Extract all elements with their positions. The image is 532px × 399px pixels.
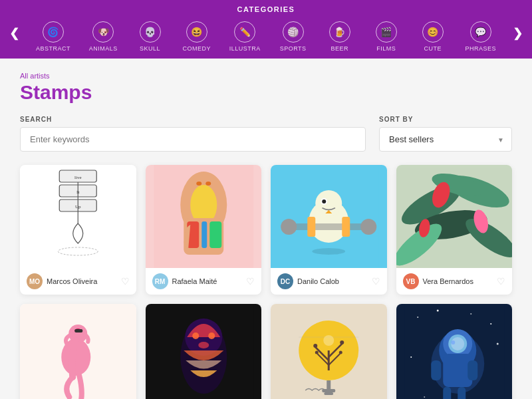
svg-rect-31 <box>342 217 350 237</box>
category-item-abstract[interactable]: 🌀 ABSTRACT <box>27 17 80 59</box>
illustra-icon: ✏️ <box>234 21 255 43</box>
svg-point-73 <box>470 313 471 315</box>
heart-button-3[interactable]: ♡ <box>372 276 380 287</box>
svg-text:live: live <box>74 175 82 180</box>
svg-point-66 <box>315 351 319 354</box>
skull-label: SKULL <box>140 45 160 52</box>
svg-rect-83 <box>431 360 441 380</box>
categories-header: CATEGORIES ❮ 🌀 ABSTRACT 🐶 ANIMALS 💀 SKUL… <box>0 0 532 59</box>
beer-icon: 🍺 <box>329 21 350 43</box>
artist-name-4: Vera Bernardos <box>423 277 493 285</box>
svg-point-53 <box>198 342 209 348</box>
svg-point-51 <box>192 332 199 339</box>
comedy-icon: 😆 <box>186 21 207 43</box>
svg-point-71 <box>436 310 438 312</box>
heart-button-2[interactable]: ♡ <box>246 276 255 287</box>
controls-row: SEARCH SORT BY Best sellersNewestMost po… <box>20 116 512 152</box>
category-item-sports[interactable]: 🏐 SPORTS <box>270 17 317 59</box>
svg-rect-47 <box>74 329 82 332</box>
cards-grid: live It Up MO Marcos Oliveira ♡ <box>20 165 512 399</box>
card-7[interactable]: LB Lucia Bulb ♡ <box>271 304 387 399</box>
category-item-animals[interactable]: 🐶 ANIMALS <box>80 17 127 59</box>
card-image-4 <box>396 165 513 268</box>
card-6[interactable]: PN Pedro Neon ♡ <box>146 304 262 399</box>
svg-point-68 <box>323 335 334 346</box>
cute-icon: 😊 <box>422 21 444 43</box>
breadcrumb: All artists <box>20 72 512 80</box>
nav-left-button[interactable]: ❮ <box>3 23 26 43</box>
card-image-1: live It Up <box>20 165 136 268</box>
svg-point-67 <box>339 351 342 354</box>
category-item-comedy[interactable]: 😆 COMEDY <box>174 17 220 59</box>
svg-point-75 <box>410 356 412 358</box>
search-section: SEARCH <box>20 116 366 152</box>
card-footer-2: RM Rafaela Maité ♡ <box>146 268 262 295</box>
card-image-3 <box>271 165 387 268</box>
svg-rect-58 <box>324 392 333 395</box>
svg-rect-85 <box>443 387 451 399</box>
svg-rect-17 <box>209 221 221 248</box>
card-image-5 <box>20 304 136 399</box>
svg-rect-16 <box>201 221 207 248</box>
artist-avatar-1: MO <box>27 273 43 289</box>
category-item-phrases[interactable]: 💬 PHRASES <box>456 17 505 59</box>
nav-right-button[interactable]: ❯ <box>506 23 529 43</box>
svg-point-64 <box>313 344 317 348</box>
films-label: FILMS <box>376 45 396 52</box>
card-image-8 <box>396 304 513 399</box>
artist-avatar-4: VB <box>403 273 419 289</box>
abstract-label: ABSTRACT <box>36 45 70 52</box>
card-image-7 <box>271 304 387 399</box>
category-item-films[interactable]: 🎬 FILMS <box>363 17 410 59</box>
svg-point-74 <box>496 343 498 345</box>
card-3[interactable]: DC Danilo Calob ♡ <box>271 165 387 295</box>
svg-point-52 <box>208 332 215 339</box>
artist-avatar-2: RM <box>152 273 168 289</box>
svg-point-29 <box>360 219 376 235</box>
svg-point-32 <box>312 248 345 255</box>
page-title: Stamps <box>20 81 512 104</box>
svg-point-28 <box>281 219 297 235</box>
heart-button-4[interactable]: ♡ <box>497 276 505 287</box>
card-footer-1: MO Marcos Oliveira ♡ <box>20 268 136 295</box>
categories-list: 🌀 ABSTRACT 🐶 ANIMALS 💀 SKULL 😆 COMEDY ✏️… <box>0 17 532 59</box>
sort-wrapper: Best sellersNewestMost popularPrice: Low… <box>379 127 512 152</box>
categories-title: CATEGORIES <box>0 5 532 13</box>
svg-rect-27 <box>289 223 368 230</box>
card-1[interactable]: live It Up MO Marcos Oliveira ♡ <box>20 165 136 295</box>
films-icon: 🎬 <box>376 21 397 43</box>
abstract-icon: 🌀 <box>43 21 64 43</box>
skull-icon: 💀 <box>140 21 161 43</box>
category-item-cute[interactable]: 😊 CUTE <box>410 17 456 59</box>
card-image-6 <box>146 304 262 399</box>
card-5[interactable]: AF Ana Flamingo ♡ <box>20 304 136 399</box>
category-item-illustra[interactable]: ✏️ ILLUSTRA <box>220 17 270 59</box>
card-4[interactable]: VB Vera Bernardos ♡ <box>396 165 513 295</box>
illustra-label: ILLUSTRA <box>229 45 261 52</box>
card-2[interactable]: RM Rafaela Maité ♡ <box>146 165 262 295</box>
main-content: All artists Stamps SEARCH SORT BY Best s… <box>0 59 532 399</box>
phrases-label: PHRASES <box>466 45 497 52</box>
animals-icon: 🐶 <box>92 21 114 43</box>
animals-label: ANIMALS <box>89 45 118 52</box>
cute-label: CUTE <box>424 45 442 52</box>
artist-name-2: Rafaela Maité <box>172 277 243 285</box>
artist-name-1: Marcos Oliveira <box>47 277 117 285</box>
svg-rect-30 <box>307 217 315 237</box>
svg-point-72 <box>490 323 491 325</box>
category-item-beer[interactable]: 🍺 BEER <box>317 17 363 59</box>
category-item-skull[interactable]: 💀 SKULL <box>127 17 174 59</box>
svg-point-19 <box>196 182 201 186</box>
svg-point-70 <box>417 317 418 318</box>
svg-point-25 <box>322 200 326 203</box>
card-8[interactable]: CS Carlos Space ♡ <box>396 304 513 399</box>
svg-rect-84 <box>467 360 477 380</box>
svg-point-76 <box>424 396 425 398</box>
search-input[interactable] <box>20 127 366 152</box>
sort-select[interactable]: Best sellersNewestMost popularPrice: Low… <box>379 127 512 152</box>
heart-button-1[interactable]: ♡ <box>121 276 130 287</box>
beer-label: BEER <box>331 45 348 52</box>
sort-label: SORT BY <box>379 116 512 123</box>
sort-section: SORT BY Best sellersNewestMost popularPr… <box>379 116 512 152</box>
card-footer-4: VB Vera Bernardos ♡ <box>396 268 513 295</box>
